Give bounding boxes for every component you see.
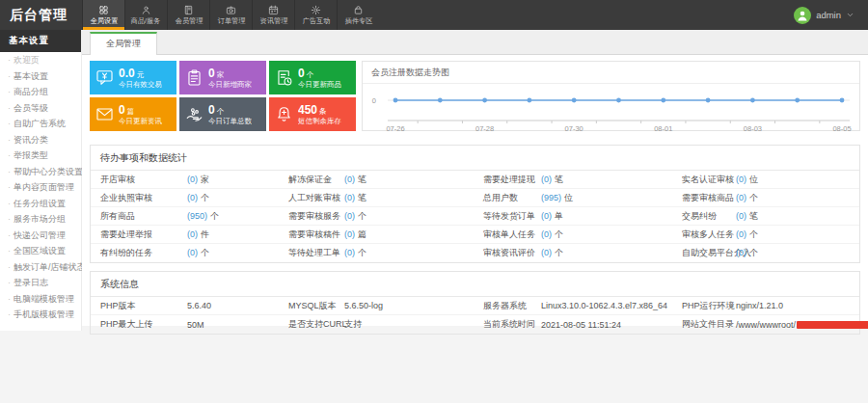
stat-count-link[interactable]: (995) — [541, 193, 561, 202]
main-area: 全局管理 0.0元今日有效交易0家今日新增商家0个今日更新商品0篇今日更新资讯0… — [82, 30, 868, 326]
sidebar-item[interactable]: ·服务市场分组 — [0, 211, 81, 228]
sidebar-item[interactable]: ·商品分组 — [0, 84, 81, 100]
stat-count-link[interactable]: (0) — [541, 229, 552, 239]
stat-count-link[interactable]: (0) — [736, 248, 746, 257]
sidebar-item[interactable]: ·任务分组设置 — [0, 196, 81, 212]
stat-card-text: 0个今日订单总数 — [208, 103, 252, 125]
sidebar-item[interactable]: ·触发订单/店铺状态 — [0, 259, 81, 276]
stat-count-link[interactable]: (0) — [344, 193, 355, 202]
sidebar-item-label: 触发订单/店铺状态 — [14, 262, 86, 272]
nav-item-label: 全局设置 — [90, 16, 118, 26]
stat-value: (0)件 — [187, 228, 288, 241]
sidebar-item[interactable]: ·帮助中心分类设置 — [0, 164, 81, 180]
nav-item[interactable]: 资讯管理 — [252, 0, 294, 30]
stat-unit: 笔 — [555, 175, 563, 184]
sidebar-item[interactable]: ·手机版模板管理 — [0, 307, 81, 323]
line-chart: 007-2607-2807-3008-0108-0308-05 — [363, 84, 859, 134]
sysinfo-value: /www/wwwroot/ — [736, 320, 868, 330]
user-menu[interactable]: admin — [794, 0, 868, 30]
stat-unit: 位 — [564, 193, 573, 202]
bullet-icon: · — [8, 262, 11, 272]
stat-count-link[interactable]: (0) — [344, 248, 355, 257]
sidebar-item-label: 登录日志 — [14, 278, 48, 287]
stat-count-link[interactable]: (0) — [187, 229, 198, 239]
nav-item[interactable]: 全局设置 — [82, 0, 124, 30]
sidebar-item-label: 任务分组设置 — [14, 199, 66, 208]
stat-card-value: 0家 — [208, 67, 252, 80]
sidebar-item[interactable]: ·快递公司管理 — [0, 228, 81, 244]
stat-count-link[interactable]: (0) — [187, 193, 198, 202]
stat-card[interactable]: 0个今日订单总数 — [179, 97, 266, 131]
app-title: 后台管理 — [0, 0, 82, 30]
stat-card[interactable]: 0.0元今日有效交易 — [90, 61, 176, 94]
nav-item[interactable]: 订单管理 — [209, 0, 252, 30]
doc-clock-icon — [275, 68, 293, 87]
stat-value: (0)个 — [736, 228, 859, 241]
stat-unit: 个 — [555, 229, 563, 239]
stat-label: 需要处理举报 — [100, 228, 187, 241]
sysinfo-value: 5.6.50-log — [344, 301, 483, 310]
sidebar-item[interactable]: ·资讯分类 — [0, 132, 81, 148]
envelope-icon — [95, 105, 114, 123]
stat-card-label: 今日有效交易 — [119, 80, 162, 89]
stat-count-link[interactable]: (0) — [344, 211, 355, 221]
stat-card-value: 450条 — [298, 103, 341, 117]
grid-icon — [98, 5, 109, 15]
sidebar-item[interactable]: ·自助广告系统 — [0, 116, 81, 132]
stat-label: 总用户数 — [483, 192, 541, 204]
stat-count-link[interactable]: (0) — [736, 193, 746, 202]
camera-icon — [226, 5, 236, 15]
nav-item-label: 商品/服务 — [131, 16, 160, 26]
stat-card[interactable]: 450条短信剩余库存 — [269, 97, 356, 131]
tab-global-management[interactable]: 全局管理 — [90, 32, 157, 55]
sidebar-item[interactable]: ·欢迎页 — [0, 52, 81, 68]
nav-item[interactable]: 商品/服务 — [124, 0, 167, 30]
stat-card[interactable]: 0个今日更新商品 — [269, 61, 356, 94]
stat-count-link[interactable]: (950) — [187, 211, 207, 221]
stat-unit: 个 — [749, 248, 758, 257]
sidebar-item-label: 基本设置 — [14, 71, 48, 81]
nav-item[interactable]: 会员管理 — [167, 0, 209, 30]
sidebar-item[interactable]: ·单内容页面管理 — [0, 179, 81, 196]
sidebar-item[interactable]: ·举报类型 — [0, 148, 81, 164]
stat-count-link[interactable]: (0) — [187, 248, 198, 257]
stat-count-link[interactable]: (0) — [344, 229, 355, 239]
stat-card[interactable]: 0篇今日更新资讯 — [90, 97, 176, 131]
sidebar-item-label: 服务市场分组 — [14, 214, 66, 224]
sidebar: 基本设置 ·欢迎页·基本设置·商品分组·会员等级·自助广告系统·资讯分类·举报类… — [0, 30, 82, 331]
stat-count-link[interactable]: (0) — [541, 248, 552, 257]
nav-item-label: 资讯管理 — [259, 16, 287, 26]
stat-count-link[interactable]: (0) — [736, 211, 746, 221]
sidebar-item-label: 快递公司管理 — [14, 230, 66, 240]
sidebar-item[interactable]: ·全国区域设置 — [0, 243, 81, 259]
stat-value: (950)个 — [187, 210, 288, 223]
bullet-icon: · — [8, 230, 11, 240]
todo-stats-row: 需要处理举报(0)件需要审核稿件(0)篇审核单人任务(0)个审核多人任务(0)个 — [91, 226, 859, 244]
sidebar-item-label: 商品分组 — [14, 87, 48, 96]
sidebar-item[interactable]: ·电脑端模板管理 — [0, 291, 81, 308]
nav-item[interactable]: 广告互动 — [294, 0, 337, 30]
stat-card-text: 0.0元今日有效交易 — [119, 67, 162, 89]
sidebar-item[interactable]: ·登录日志 — [0, 275, 81, 291]
stat-count-link[interactable]: (0) — [187, 175, 198, 184]
stat-count-link[interactable]: (0) — [541, 175, 552, 184]
stat-card-value: 0个 — [208, 103, 252, 117]
stat-card[interactable]: 0家今日新增商家 — [179, 61, 266, 94]
stat-value: (0)个 — [344, 247, 483, 259]
stat-value: (0)个 — [736, 247, 859, 259]
sidebar-item[interactable]: ·基本设置 — [0, 68, 81, 85]
bullet-icon: · — [8, 119, 11, 128]
sysinfo-label: 是否支持CURL — [288, 318, 344, 331]
stat-count-link[interactable]: (0) — [736, 229, 746, 239]
stat-value: (0)个 — [541, 228, 682, 241]
sidebar-item[interactable]: ·会员等级 — [0, 100, 81, 117]
chevron-down-icon — [846, 11, 854, 19]
stat-count-link[interactable]: (0) — [344, 175, 355, 184]
nav-item[interactable]: 插件专区 — [337, 0, 379, 30]
hand-coins-icon — [185, 105, 203, 123]
stat-unit: 个 — [201, 248, 209, 257]
sysinfo-label: 网站文件目录 — [682, 318, 736, 331]
stat-count-link[interactable]: (0) — [541, 211, 552, 221]
sysinfo-label: PHP运行环境 — [682, 300, 736, 312]
stat-count-link[interactable]: (0) — [736, 175, 746, 184]
